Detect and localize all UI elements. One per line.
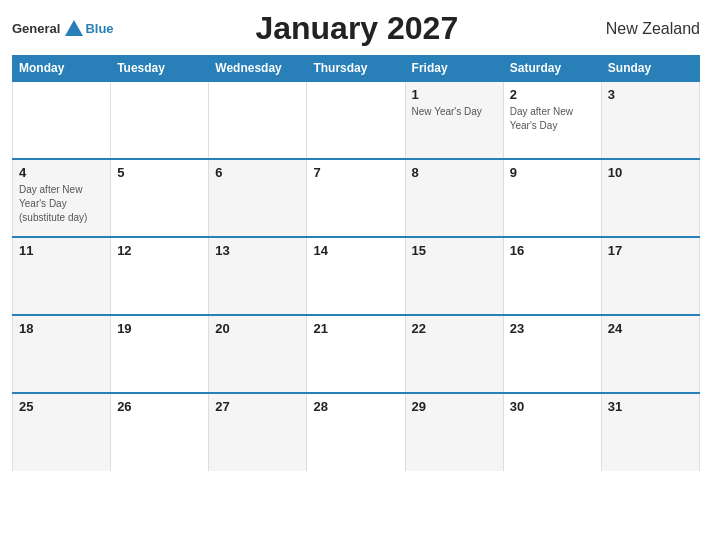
day-number: 30 <box>510 399 595 414</box>
day-number: 14 <box>313 243 398 258</box>
day-number: 7 <box>313 165 398 180</box>
day-number: 24 <box>608 321 693 336</box>
day-number: 9 <box>510 165 595 180</box>
day-header-wednesday: Wednesday <box>209 56 307 82</box>
calendar-day-cell: 5 <box>111 159 209 237</box>
calendar-day-cell: 1New Year's Day <box>405 81 503 159</box>
calendar-day-cell <box>13 81 111 159</box>
calendar-day-cell: 8 <box>405 159 503 237</box>
calendar-day-cell: 24 <box>601 315 699 393</box>
logo-blue-text: Blue <box>85 21 113 36</box>
day-number: 28 <box>313 399 398 414</box>
region-label: New Zealand <box>600 20 700 38</box>
calendar-day-cell: 17 <box>601 237 699 315</box>
logo: General Blue <box>12 18 114 40</box>
calendar-day-cell: 27 <box>209 393 307 471</box>
day-number: 18 <box>19 321 104 336</box>
calendar-day-cell: 13 <box>209 237 307 315</box>
calendar-day-cell: 15 <box>405 237 503 315</box>
calendar-day-cell: 22 <box>405 315 503 393</box>
calendar-day-cell <box>111 81 209 159</box>
calendar-week-row: 18192021222324 <box>13 315 700 393</box>
holiday-label: Day after New Year's Day (substitute day… <box>19 184 87 223</box>
day-number: 21 <box>313 321 398 336</box>
calendar-day-cell: 29 <box>405 393 503 471</box>
day-number: 13 <box>215 243 300 258</box>
day-number: 3 <box>608 87 693 102</box>
calendar-table: MondayTuesdayWednesdayThursdayFridaySatu… <box>12 55 700 471</box>
page: General Blue January 2027 New Zealand Mo… <box>0 0 712 550</box>
calendar-day-cell: 3 <box>601 81 699 159</box>
calendar-day-cell: 4Day after New Year's Day (substitute da… <box>13 159 111 237</box>
calendar-day-cell: 14 <box>307 237 405 315</box>
calendar-day-cell: 6 <box>209 159 307 237</box>
day-number: 23 <box>510 321 595 336</box>
logo-icon <box>63 18 85 40</box>
header: General Blue January 2027 New Zealand <box>12 10 700 47</box>
calendar-week-row: 11121314151617 <box>13 237 700 315</box>
day-number: 17 <box>608 243 693 258</box>
calendar-day-cell: 31 <box>601 393 699 471</box>
calendar-day-cell: 21 <box>307 315 405 393</box>
day-header-saturday: Saturday <box>503 56 601 82</box>
day-number: 6 <box>215 165 300 180</box>
logo-general-text: General <box>12 21 60 36</box>
day-number: 20 <box>215 321 300 336</box>
day-header-tuesday: Tuesday <box>111 56 209 82</box>
svg-marker-0 <box>65 20 83 36</box>
calendar-day-cell: 25 <box>13 393 111 471</box>
day-number: 25 <box>19 399 104 414</box>
calendar-day-cell <box>307 81 405 159</box>
calendar-day-cell: 2Day after New Year's Day <box>503 81 601 159</box>
day-number: 2 <box>510 87 595 102</box>
day-number: 5 <box>117 165 202 180</box>
day-header-thursday: Thursday <box>307 56 405 82</box>
calendar-day-cell: 11 <box>13 237 111 315</box>
day-header-friday: Friday <box>405 56 503 82</box>
calendar-header-row: MondayTuesdayWednesdayThursdayFridaySatu… <box>13 56 700 82</box>
day-number: 8 <box>412 165 497 180</box>
holiday-label: New Year's Day <box>412 106 482 117</box>
calendar-day-cell: 30 <box>503 393 601 471</box>
calendar-day-cell: 26 <box>111 393 209 471</box>
calendar-day-cell <box>209 81 307 159</box>
day-header-monday: Monday <box>13 56 111 82</box>
day-number: 22 <box>412 321 497 336</box>
day-header-sunday: Sunday <box>601 56 699 82</box>
day-number: 12 <box>117 243 202 258</box>
calendar-week-row: 4Day after New Year's Day (substitute da… <box>13 159 700 237</box>
day-number: 1 <box>412 87 497 102</box>
calendar-day-cell: 19 <box>111 315 209 393</box>
calendar-day-cell: 7 <box>307 159 405 237</box>
day-number: 29 <box>412 399 497 414</box>
calendar-day-cell: 16 <box>503 237 601 315</box>
calendar-day-cell: 28 <box>307 393 405 471</box>
day-number: 31 <box>608 399 693 414</box>
calendar-title: January 2027 <box>114 10 600 47</box>
calendar-day-cell: 10 <box>601 159 699 237</box>
calendar-day-cell: 20 <box>209 315 307 393</box>
calendar-day-cell: 23 <box>503 315 601 393</box>
day-number: 26 <box>117 399 202 414</box>
holiday-label: Day after New Year's Day <box>510 106 573 131</box>
calendar-day-cell: 9 <box>503 159 601 237</box>
calendar-week-row: 25262728293031 <box>13 393 700 471</box>
day-number: 19 <box>117 321 202 336</box>
calendar-week-row: 1New Year's Day2Day after New Year's Day… <box>13 81 700 159</box>
day-number: 16 <box>510 243 595 258</box>
day-number: 11 <box>19 243 104 258</box>
day-number: 27 <box>215 399 300 414</box>
day-number: 15 <box>412 243 497 258</box>
calendar-day-cell: 18 <box>13 315 111 393</box>
calendar-day-cell: 12 <box>111 237 209 315</box>
day-number: 4 <box>19 165 104 180</box>
day-number: 10 <box>608 165 693 180</box>
